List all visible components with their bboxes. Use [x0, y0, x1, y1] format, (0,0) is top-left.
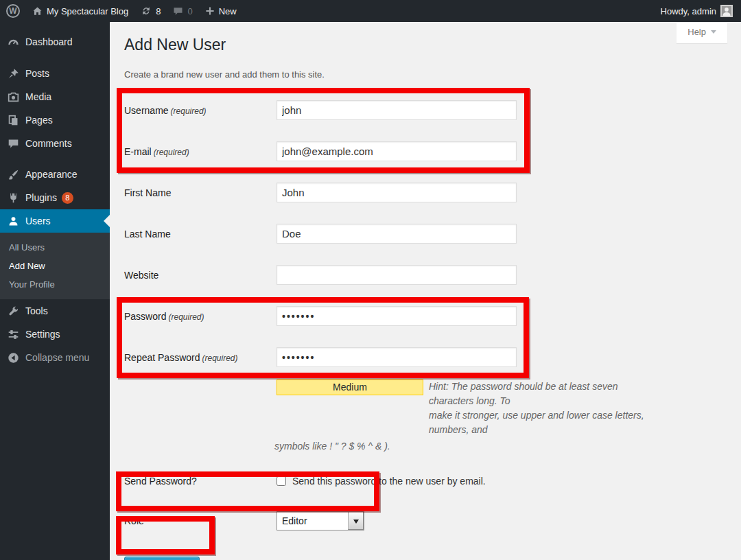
password-hint: Hint: The password should be at least se… [429, 380, 659, 437]
required-note: (required) [168, 312, 204, 322]
required-note: (required) [154, 148, 189, 157]
admin-bar: W My Spectacular Blog 8 0 New Howdy, adm… [0, 0, 741, 22]
role-select[interactable]: Editor [277, 511, 364, 530]
last-name-label: Last Name [124, 229, 277, 240]
collapse-menu-button[interactable]: Collapse menu [0, 346, 110, 369]
username-input[interactable] [277, 100, 517, 120]
wrench-icon [8, 305, 19, 317]
help-button[interactable]: Help [677, 22, 727, 43]
website-row: Website [124, 265, 659, 285]
comments-icon [8, 138, 19, 150]
password-strength-row: Medium Hint: The password should be at l… [277, 380, 659, 437]
sidebar-item-label: Users [25, 215, 51, 226]
sidebar-item-pages[interactable]: Pages [0, 108, 110, 132]
first-name-row: First Name [124, 183, 659, 202]
sidebar-item-tools[interactable]: Tools [0, 299, 110, 323]
brush-icon [8, 169, 19, 180]
repeat-password-row: Repeat Password(required) [124, 347, 659, 367]
username-row: Username(required) [124, 100, 659, 120]
username-label: Username(required) [124, 105, 277, 116]
updates-link[interactable]: 8 [134, 0, 167, 22]
users-submenu: All Users Add New Your Profile [0, 233, 110, 299]
submenu-item-your-profile[interactable]: Your Profile [0, 275, 110, 294]
home-icon [32, 6, 43, 16]
password-label: Password(required) [124, 311, 277, 322]
new-content-menu[interactable]: New [199, 0, 243, 22]
admin-sidebar: Dashboard Posts Media Pages Comments [0, 22, 110, 560]
role-row: Role Editor [124, 511, 659, 530]
site-name-link[interactable]: My Spectacular Blog [26, 0, 134, 22]
last-name-row: Last Name [124, 224, 659, 244]
chevron-down-icon [711, 30, 716, 36]
submit-row: Add New User [124, 557, 659, 560]
sidebar-item-dashboard[interactable]: Dashboard [0, 30, 110, 54]
required-note: (required) [171, 106, 207, 116]
site-name-label: My Spectacular Blog [47, 6, 128, 16]
website-label: Website [124, 270, 277, 281]
required-note: (required) [202, 353, 238, 363]
sidebar-item-label: Plugins [25, 192, 57, 203]
update-count: 8 [156, 6, 161, 16]
sidebar-item-posts[interactable]: Posts [0, 62, 110, 85]
password-strength-meter: Medium [277, 380, 423, 395]
sidebar-item-label: Appearance [25, 169, 78, 180]
sidebar-item-appearance[interactable]: Appearance [0, 163, 110, 186]
sidebar-item-label: Pages [25, 115, 53, 126]
howdy-label: Howdy, admin [661, 6, 716, 16]
sidebar-item-plugins[interactable]: Plugins 8 [0, 186, 110, 209]
password-hint-line: make it stronger, use upper and lower ca… [429, 408, 659, 437]
email-label: E-mail(required) [124, 146, 277, 157]
update-icon [141, 5, 152, 16]
add-user-form: Username(required) E-mail(required) Firs… [124, 100, 659, 560]
sliders-icon [8, 329, 19, 340]
comments-link[interactable]: 0 [167, 0, 198, 22]
user-icon [8, 215, 19, 227]
select-dropdown-button[interactable] [348, 512, 364, 530]
password-input[interactable] [277, 306, 517, 326]
sidebar-item-comments[interactable]: Comments [0, 132, 110, 155]
password-hint-line: Hint: The password should be at least se… [429, 380, 659, 408]
sidebar-item-label: Posts [25, 68, 49, 79]
sidebar-item-label: Settings [25, 329, 60, 340]
help-label: Help [687, 27, 706, 37]
dashboard-icon [8, 36, 19, 48]
media-icon [8, 91, 19, 103]
first-name-input[interactable] [277, 183, 517, 202]
sidebar-item-label: Comments [25, 138, 72, 149]
password-row: Password(required) [124, 306, 659, 326]
wordpress-menu[interactable]: W [0, 0, 26, 22]
account-menu[interactable]: Howdy, admin [655, 0, 741, 22]
email-field[interactable] [277, 141, 517, 161]
plus-icon [205, 6, 215, 16]
send-password-checkbox[interactable] [277, 476, 286, 486]
add-new-user-button[interactable]: Add New User [124, 557, 200, 560]
send-password-label: Send Password? [124, 476, 277, 487]
sidebar-item-media[interactable]: Media [0, 85, 110, 108]
repeat-password-input[interactable] [277, 347, 517, 367]
submenu-item-all-users[interactable]: All Users [0, 238, 110, 257]
repeat-password-label: Repeat Password(required) [124, 352, 277, 363]
new-label: New [219, 6, 237, 16]
sidebar-item-label: Dashboard [25, 36, 73, 47]
role-selected-value: Editor [277, 512, 348, 530]
website-input[interactable] [277, 265, 517, 285]
collapse-icon [8, 352, 19, 364]
comment-icon [173, 6, 183, 16]
collapse-menu-label: Collapse menu [25, 352, 89, 363]
password-hint-line: symbols like ! " ? $ % ^ & ). [274, 439, 659, 454]
main-content: Help Add New User Create a brand new use… [110, 22, 741, 560]
sidebar-item-settings[interactable]: Settings [0, 323, 110, 346]
plugin-icon [8, 192, 19, 204]
plugins-update-badge: 8 [62, 192, 73, 204]
pin-icon [8, 68, 19, 80]
sidebar-item-users[interactable]: Users [0, 209, 110, 233]
page-title: Add New User [124, 35, 741, 55]
comment-count: 0 [187, 6, 192, 16]
role-label: Role [124, 515, 277, 526]
sidebar-item-label: Tools [25, 305, 48, 316]
submenu-item-add-new[interactable]: Add New [0, 257, 110, 275]
page-subtitle: Create a brand new user and add them to … [124, 69, 741, 80]
email-row: E-mail(required) [124, 141, 659, 161]
last-name-input[interactable] [277, 224, 517, 244]
send-password-checkbox-label: Send this password to the new user by em… [292, 476, 486, 487]
